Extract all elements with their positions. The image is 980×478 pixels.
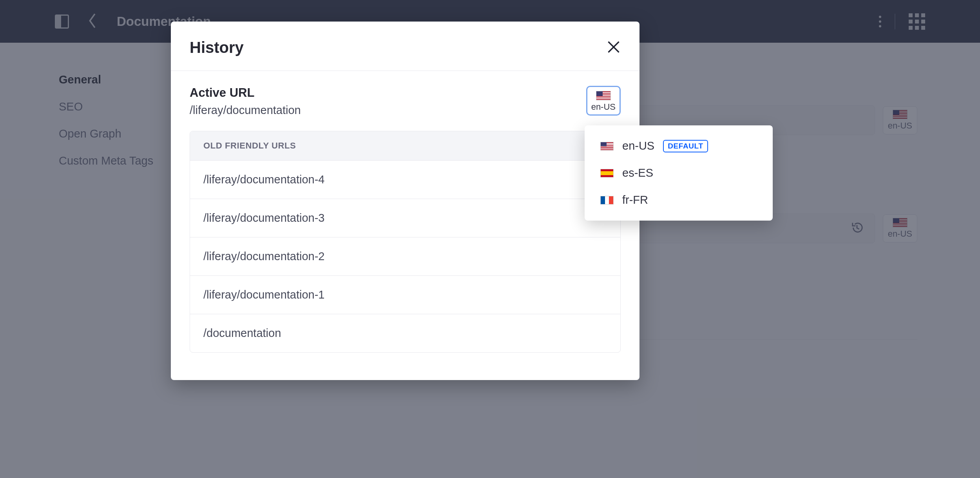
active-url-value: /liferay/documentation	[190, 104, 301, 117]
locale-dropdown: en-US DEFAULT es-ES fr-FR	[585, 125, 773, 221]
locale-option-label: en-US	[622, 139, 654, 152]
modal-body: Active URL /liferay/documentation en-US …	[171, 71, 639, 380]
flag-es-icon	[600, 169, 614, 177]
locale-selector-label: en-US	[591, 102, 616, 112]
default-badge: DEFAULT	[663, 140, 708, 152]
locale-selector-button[interactable]: en-US	[586, 86, 621, 116]
active-url-row: Active URL /liferay/documentation en-US	[190, 86, 621, 117]
old-url-row[interactable]: /liferay/documentation-2	[190, 237, 620, 276]
history-modal: History Active URL /liferay/documentatio…	[171, 22, 639, 380]
flag-fr-icon	[600, 196, 614, 205]
active-url-block: Active URL /liferay/documentation	[190, 86, 301, 117]
locale-option-en-us[interactable]: en-US DEFAULT	[585, 132, 773, 159]
flag-us-icon	[596, 91, 611, 100]
modal-header: History	[171, 22, 639, 71]
old-url-row[interactable]: /liferay/documentation-3	[190, 199, 620, 237]
old-url-row[interactable]: /documentation	[190, 314, 620, 352]
locale-option-es-es[interactable]: es-ES	[585, 159, 773, 186]
old-url-row[interactable]: /liferay/documentation-1	[190, 276, 620, 314]
close-button[interactable]	[607, 40, 621, 56]
active-url-label: Active URL	[190, 86, 301, 100]
locale-option-label: es-ES	[622, 167, 653, 179]
locale-option-fr-fr[interactable]: fr-FR	[585, 186, 773, 214]
old-url-row[interactable]: /liferay/documentation-4	[190, 161, 620, 199]
modal-title: History	[190, 39, 244, 56]
locale-option-label: fr-FR	[622, 194, 648, 206]
old-urls-heading: OLD FRIENDLY URLS	[190, 131, 620, 161]
old-urls-list: OLD FRIENDLY URLS /liferay/documentation…	[190, 131, 621, 353]
flag-us-icon	[600, 142, 614, 150]
